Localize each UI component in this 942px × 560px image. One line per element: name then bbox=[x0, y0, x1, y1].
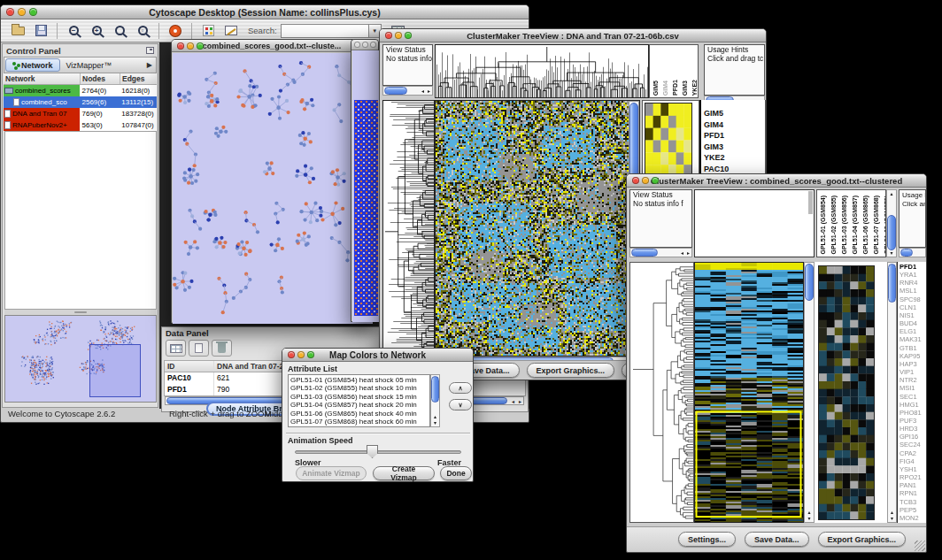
network-tree-empty-area[interactable] bbox=[4, 131, 157, 310]
minimize-button[interactable] bbox=[395, 32, 402, 39]
tv1-gene-label[interactable]: GIM3 bbox=[704, 142, 765, 153]
search-input[interactable] bbox=[281, 24, 369, 38]
network-table-row[interactable]: RNAPuberNov2+563(0)107847(0) bbox=[4, 119, 157, 131]
tv1-action-button[interactable]: Export Graphics... bbox=[527, 363, 615, 378]
network-view-title-bar[interactable]: combined_scores_good.txt--cluste... bbox=[172, 40, 372, 52]
scrollbar-thumb[interactable] bbox=[900, 249, 913, 257]
close-button[interactable] bbox=[632, 177, 639, 184]
tv2-action-button[interactable]: Export Graphics... bbox=[818, 532, 907, 547]
tv2-gene-label[interactable]: KAP95 bbox=[900, 352, 926, 360]
selected-node-grid[interactable] bbox=[354, 100, 378, 316]
tv2-status-hscrollbar[interactable]: ◂ ▸ bbox=[629, 248, 692, 257]
tv2-action-button[interactable]: Settings... bbox=[678, 532, 736, 547]
tv2-genes-vscrollbar[interactable]: ▴ ▾ bbox=[887, 262, 897, 523]
tv1-zoom-heatmap[interactable] bbox=[645, 103, 692, 178]
zoom-window-button[interactable] bbox=[652, 177, 659, 184]
tv2-gene-label[interactable]: PAN1 bbox=[900, 481, 926, 489]
tv2-gene-label[interactable]: GTB1 bbox=[900, 344, 926, 352]
tv2-gene-label[interactable]: HAP3 bbox=[900, 360, 926, 368]
zoom-window-button[interactable] bbox=[197, 42, 204, 50]
zoom-in-button[interactable]: + bbox=[85, 21, 108, 41]
network-table-row[interactable]: combined_sco2569(6)13112(15) bbox=[4, 96, 157, 108]
grid-network-canvas[interactable] bbox=[352, 50, 379, 322]
tv1-column-dendrogram[interactable] bbox=[435, 44, 649, 98]
tv2-gene-label[interactable]: PUF3 bbox=[900, 417, 926, 425]
create-vizmap-button[interactable]: Create Vizmap bbox=[373, 466, 435, 480]
tv2-gene-label[interactable]: SEC24 bbox=[900, 441, 926, 449]
save-session-button[interactable] bbox=[29, 21, 52, 41]
scroll-down-arrow[interactable]: ▾ bbox=[887, 250, 896, 256]
tv2-gene-label[interactable]: NIS1 bbox=[900, 311, 926, 319]
tv2-gene-label[interactable]: MAK31 bbox=[900, 335, 926, 343]
tv2-heatmap-vscrollbar[interactable]: ▴ ▾ bbox=[804, 262, 815, 523]
tv2-gene-label[interactable]: YSH1 bbox=[900, 465, 926, 473]
treeview1-title-bar[interactable]: ClusterMaker TreeView : DNA and Tran 07-… bbox=[380, 29, 766, 42]
select-attributes-button[interactable] bbox=[166, 340, 186, 357]
main-title-bar[interactable]: Cytoscape Desktop (Session Name: collins… bbox=[1, 5, 529, 19]
tv2-gene-list[interactable]: PFD1YRA1RNR4MSL1SPC98CLN1NIS1BUD4ELG1MAK… bbox=[897, 262, 926, 523]
close-button[interactable] bbox=[288, 351, 295, 358]
minimize-button[interactable] bbox=[362, 42, 368, 48]
scrollbar-thumb[interactable] bbox=[888, 264, 896, 303]
close-button[interactable] bbox=[6, 8, 14, 16]
tv1-global-heatmap[interactable] bbox=[435, 100, 640, 357]
scroll-down-arrow[interactable]: ▾ bbox=[431, 420, 439, 426]
done-button[interactable]: Done bbox=[440, 466, 472, 480]
tv2-gene-label[interactable]: RPN1 bbox=[900, 489, 926, 497]
zoom-selected-button[interactable]: ▫ bbox=[131, 21, 154, 41]
scroll-left-arrow[interactable]: ◂ bbox=[512, 397, 514, 404]
float-panel-icon[interactable] bbox=[146, 47, 154, 54]
slider-thumb[interactable] bbox=[367, 445, 378, 458]
tv2-gene-label[interactable]: MON2 bbox=[900, 514, 926, 522]
attribute-list-item[interactable]: GPL51-02 (GSM855) heat shock 10 min bbox=[290, 384, 428, 392]
minimize-button[interactable] bbox=[187, 42, 194, 50]
scrollbar-thumb[interactable] bbox=[384, 87, 407, 95]
zoom-window-button[interactable] bbox=[29, 8, 37, 16]
tv2-gene-label[interactable]: YRA1 bbox=[900, 271, 926, 279]
close-button[interactable] bbox=[177, 42, 184, 50]
network-table-row[interactable]: DNA and Tran 07769(0)183728(0) bbox=[4, 108, 157, 119]
network-table-row[interactable]: combined_scores2764(0)16218(0) bbox=[4, 85, 157, 96]
scrollbar-thumb[interactable] bbox=[631, 249, 658, 257]
animation-speed-slider[interactable] bbox=[295, 450, 461, 454]
tv2-gene-label[interactable]: VIP1 bbox=[900, 368, 926, 376]
dialog-title-bar[interactable]: Map Colors to Network bbox=[282, 349, 473, 362]
network-canvas[interactable] bbox=[173, 53, 373, 324]
tv2-gene-label[interactable]: GPI16 bbox=[900, 433, 926, 441]
tv2-hints-hscrollbar[interactable] bbox=[899, 248, 926, 257]
scroll-left-arrow[interactable]: ◂ bbox=[421, 87, 424, 95]
tab-overflow-arrow[interactable]: ▶ bbox=[144, 61, 155, 69]
network-overview-panel[interactable] bbox=[4, 315, 157, 403]
scroll-right-arrow[interactable]: ▸ bbox=[519, 397, 521, 404]
tv2-labels-vscrollbar[interactable]: ▴ ▾ bbox=[886, 189, 897, 257]
tv2-gene-label[interactable]: BUD4 bbox=[900, 319, 926, 327]
close-button[interactable] bbox=[385, 32, 392, 39]
zoom-window-button[interactable] bbox=[405, 32, 412, 39]
minimize-button[interactable] bbox=[18, 8, 26, 16]
tv1-gene-label[interactable]: PFD1 bbox=[704, 130, 765, 142]
scrollbar-thumb[interactable] bbox=[431, 376, 439, 403]
tab-network[interactable]: Network bbox=[5, 58, 60, 72]
scroll-up-arrow[interactable]: ▴ bbox=[431, 414, 439, 419]
tv2-gene-label[interactable]: CPA2 bbox=[900, 449, 926, 457]
attribute-list-item[interactable]: GPL51-06 (GSM865) heat shock 40 min bbox=[290, 410, 428, 418]
delete-attribute-button[interactable] bbox=[212, 340, 232, 357]
scroll-left-arrow[interactable]: ◂ bbox=[681, 249, 683, 257]
tv2-gene-label[interactable]: TCB3 bbox=[900, 498, 926, 506]
zoom-fit-button[interactable] bbox=[108, 21, 131, 41]
tv2-gene-label[interactable]: HMG1 bbox=[900, 401, 926, 409]
annotation-button[interactable] bbox=[220, 21, 243, 41]
move-up-button[interactable]: ∧ bbox=[449, 382, 472, 394]
tv2-global-heatmap[interactable] bbox=[694, 262, 804, 523]
tv1-status-hscrollbar[interactable]: ◂ ▸ bbox=[382, 86, 433, 96]
tv2-action-button[interactable]: Save Data... bbox=[745, 532, 809, 547]
close-button[interactable] bbox=[354, 42, 360, 48]
scroll-right-arrow[interactable]: ▸ bbox=[428, 87, 430, 95]
tv2-gene-label[interactable]: FIG4 bbox=[900, 457, 926, 465]
minimize-button[interactable] bbox=[297, 351, 305, 358]
scroll-right-arrow[interactable]: ▸ bbox=[687, 249, 690, 257]
tv2-row-dendrogram[interactable] bbox=[629, 262, 694, 523]
tv2-gene-label[interactable]: SEC1 bbox=[900, 393, 926, 401]
scroll-up-arrow[interactable]: ▴ bbox=[805, 510, 814, 515]
scroll-down-arrow[interactable]: ▾ bbox=[805, 516, 814, 521]
